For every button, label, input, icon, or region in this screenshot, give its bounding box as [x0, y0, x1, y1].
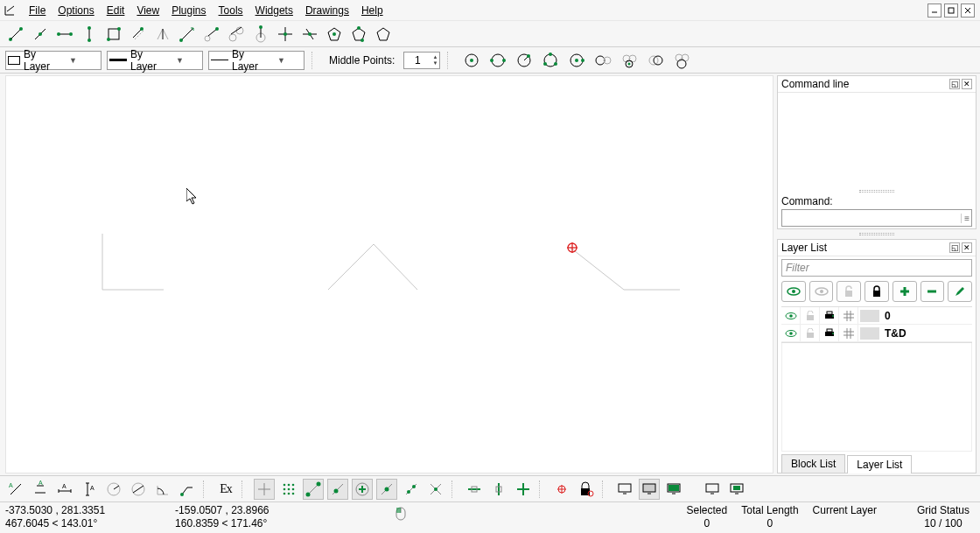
circle-tan-icon[interactable]: [566, 50, 587, 71]
color-combo[interactable]: By Layer▼: [5, 51, 102, 70]
line-angle-icon[interactable]: [30, 24, 51, 45]
dim-leader-icon[interactable]: [177, 479, 198, 500]
dim-diam-icon[interactable]: [128, 479, 149, 500]
polygon-icon[interactable]: [373, 24, 394, 45]
tab-layer-list[interactable]: Layer List: [847, 455, 912, 473]
close-button[interactable]: [961, 4, 975, 18]
rectangle-icon[interactable]: [103, 24, 124, 45]
splitter-handle[interactable]: [777, 232, 976, 236]
command-input[interactable]: ≡: [781, 209, 972, 227]
line-tangent-icon[interactable]: [177, 24, 198, 45]
dim-vert-icon[interactable]: A: [79, 479, 100, 500]
preview-color-icon[interactable]: [663, 479, 684, 500]
polygon-cen-icon[interactable]: [324, 24, 345, 45]
lock-icon[interactable]: [801, 307, 820, 324]
layer-filter-input[interactable]: Filter: [781, 259, 972, 277]
restrict-ortho-icon[interactable]: [513, 479, 534, 500]
circle-2pt-icon[interactable]: [487, 50, 508, 71]
snap-grid-icon[interactable]: [278, 479, 299, 500]
line-relangle-icon[interactable]: [275, 24, 296, 45]
preview-bw-icon[interactable]: [639, 479, 660, 500]
eye-icon[interactable]: [781, 307, 801, 324]
layer-color-swatch[interactable]: [860, 327, 879, 340]
menu-plugins[interactable]: Plugins: [165, 3, 212, 18]
snap-center-icon[interactable]: [352, 479, 373, 500]
menu-view[interactable]: View: [130, 3, 165, 18]
line-horiz-icon[interactable]: [54, 24, 75, 45]
construction-icon[interactable]: [839, 325, 858, 341]
menu-options[interactable]: Options: [52, 3, 100, 18]
relative-zero-icon[interactable]: [551, 479, 572, 500]
line-parallel-icon[interactable]: [128, 24, 149, 45]
dim-aligned-icon[interactable]: A: [5, 479, 26, 500]
command-history-icon[interactable]: ≡: [961, 214, 970, 223]
circle-conc-icon[interactable]: [645, 50, 666, 71]
layer-lock-button[interactable]: [864, 281, 889, 302]
circle-2pt-rad-icon[interactable]: [514, 50, 535, 71]
preview-off-icon[interactable]: [614, 479, 635, 500]
tab-block-list[interactable]: Block List: [781, 454, 845, 473]
snap-free-icon[interactable]: [254, 479, 275, 500]
panel-close-icon[interactable]: ✕: [962, 242, 972, 253]
layer-edit-button[interactable]: [948, 281, 972, 302]
minimize-button[interactable]: [928, 4, 942, 18]
dim-radial-icon[interactable]: [103, 479, 124, 500]
menu-tools[interactable]: Tools: [213, 3, 249, 18]
window-controls: [928, 4, 976, 18]
layer-showall-button[interactable]: [781, 281, 806, 302]
line-tangent-circ-icon[interactable]: [226, 24, 247, 45]
menu-widgets[interactable]: Widgets: [249, 3, 299, 18]
layer-row[interactable]: T&D: [781, 325, 972, 342]
preview-fill-icon[interactable]: [726, 479, 747, 500]
line-2pt-icon[interactable]: [5, 24, 26, 45]
middle-points-spinner[interactable]: ▲▼: [403, 52, 440, 69]
menu-file[interactable]: File: [23, 3, 52, 18]
circle-3pt-icon[interactable]: [540, 50, 561, 71]
middle-points-value[interactable]: [404, 53, 430, 68]
maximize-button[interactable]: [944, 4, 958, 18]
print-icon[interactable]: [820, 307, 839, 324]
dim-horiz-icon[interactable]: A: [54, 479, 75, 500]
line-tangent2-icon[interactable]: [201, 24, 222, 45]
panel-undock-icon[interactable]: ◱: [949, 79, 960, 89]
lock-relzero-icon[interactable]: [576, 479, 597, 500]
dim-angular-icon[interactable]: [152, 479, 173, 500]
explode-text-icon[interactable]: Ex: [215, 479, 236, 500]
linewidth-combo[interactable]: By Layer▼: [107, 51, 203, 70]
dim-linear-icon[interactable]: A: [30, 479, 51, 500]
line-orthog-icon[interactable]: [250, 24, 271, 45]
layer-hideall-button[interactable]: [809, 281, 834, 302]
layer-remove-button[interactable]: [920, 281, 945, 302]
layer-add-button[interactable]: [892, 281, 917, 302]
drawing-canvas[interactable]: [5, 75, 774, 473]
restrict-horiz-icon[interactable]: [464, 479, 485, 500]
preview-off2-icon[interactable]: [702, 479, 723, 500]
snap-endpoint-icon[interactable]: [303, 479, 324, 500]
line-bisector-icon[interactable]: [152, 24, 173, 45]
polygon-cor-icon[interactable]: [348, 24, 369, 45]
circle-inscr-icon[interactable]: [671, 50, 692, 71]
eye-icon[interactable]: [781, 325, 801, 341]
circle-tan2-icon[interactable]: [592, 50, 613, 71]
line-vert-icon[interactable]: [79, 24, 100, 45]
snap-on-entity-icon[interactable]: [327, 479, 348, 500]
snap-middle-icon[interactable]: [376, 479, 397, 500]
print-icon[interactable]: [820, 325, 839, 341]
circle-tan3-icon[interactable]: [619, 50, 640, 71]
menu-edit[interactable]: Edit: [101, 3, 131, 18]
circle-center-icon[interactable]: [461, 50, 482, 71]
menu-drawings[interactable]: Drawings: [299, 3, 355, 18]
snap-distance-icon[interactable]: [401, 479, 422, 500]
lock-icon[interactable]: [801, 325, 820, 341]
layer-unlock-button[interactable]: [836, 281, 861, 302]
snap-intersection-icon[interactable]: [425, 479, 446, 500]
construction-icon[interactable]: [839, 307, 858, 324]
menu-help[interactable]: Help: [355, 3, 389, 18]
panel-undock-icon[interactable]: ◱: [949, 242, 960, 253]
restrict-vert-icon[interactable]: [488, 479, 509, 500]
layer-row[interactable]: 0: [781, 307, 972, 325]
panel-close-icon[interactable]: ✕: [962, 79, 972, 89]
layer-color-swatch[interactable]: [860, 310, 879, 322]
line-free-icon[interactable]: [299, 24, 320, 45]
linetype-combo[interactable]: By Layer▼: [208, 51, 304, 70]
